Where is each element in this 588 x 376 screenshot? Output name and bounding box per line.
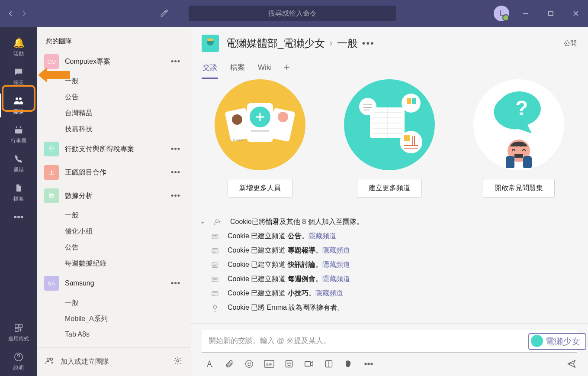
evernote-icon[interactable]	[344, 359, 354, 369]
message-input[interactable]: 開始新的交談。輸入 @ 來提及某人。	[202, 330, 577, 353]
channel-item[interactable]: 台灣精品	[39, 105, 188, 121]
expand-icon[interactable]: ▸	[202, 219, 204, 225]
svg-rect-25	[412, 98, 416, 104]
svg-point-9	[47, 358, 50, 361]
hide-channel-link[interactable]: 隱藏頻道	[315, 289, 343, 297]
back-button[interactable]	[3, 6, 17, 20]
svg-point-1	[16, 97, 18, 100]
tab-files[interactable]: 檔案	[229, 59, 246, 79]
faq-illustration: ?	[473, 79, 564, 170]
rail-calls[interactable]: 通話	[0, 149, 37, 178]
hide-channel-link[interactable]: 隱藏頻道	[322, 275, 350, 282]
phone-icon	[13, 153, 24, 165]
feed-text: Cookie 已建立頻道 專題報導。隱藏頻道	[228, 246, 350, 255]
new-message-button[interactable]	[157, 6, 171, 21]
svg-rect-6	[19, 324, 22, 327]
tab-posts[interactable]: 交談	[202, 59, 218, 79]
search-input[interactable]: 搜尋或輸入命令	[189, 6, 396, 21]
format-icon[interactable]	[204, 359, 215, 369]
calendar-icon	[13, 124, 24, 136]
team-name-label: 王戲節目合作	[65, 168, 162, 177]
channel-item[interactable]: Tab A8s	[39, 327, 188, 342]
hide-channel-link[interactable]: 隱藏頻道	[322, 246, 350, 254]
team-avatar: 王	[44, 165, 59, 180]
rail-files[interactable]: 檔案	[0, 178, 37, 207]
team-header[interactable]: 王王戲節目合作•••	[39, 161, 188, 184]
minimize-button[interactable]	[517, 5, 534, 22]
titlebar: 搜尋或輸入命令 L	[0, 0, 588, 27]
svg-point-42	[248, 363, 249, 364]
team-name-crumb[interactable]: 電獺媒體部_電獺少女	[226, 36, 325, 50]
svg-rect-5	[15, 324, 18, 327]
team-header[interactable]: 行行動支付與所得稅專案•••	[39, 137, 188, 161]
add-tab-button[interactable]: +	[284, 61, 290, 77]
stream-icon[interactable]	[324, 359, 334, 369]
channel-item[interactable]: 公告	[39, 89, 188, 105]
gif-icon[interactable]: GIF	[264, 359, 274, 369]
search-placeholder: 搜尋或輸入命令	[268, 9, 317, 18]
svg-rect-33	[514, 154, 523, 158]
maximize-button[interactable]	[542, 5, 559, 22]
svg-point-27	[400, 131, 422, 153]
teams-icon	[13, 95, 24, 107]
team-header[interactable]: COComputex專案•••	[39, 50, 188, 73]
team-header[interactable]: SASamsung•••	[39, 272, 188, 295]
team-more-button[interactable]: •••	[168, 191, 183, 201]
rail-activity[interactable]: 🔔 活動	[0, 33, 37, 62]
rail-more[interactable]: •••	[0, 207, 37, 227]
more-icon: •••	[13, 211, 24, 223]
team-more-button[interactable]: •••	[168, 57, 183, 66]
team-more-button[interactable]: •••	[168, 145, 183, 154]
profile-avatar[interactable]: L	[494, 6, 509, 21]
rail-teams[interactable]: 團隊	[0, 91, 37, 120]
feed-item: Cookie 已建立頻道 快訊討論。隱藏頻道	[202, 258, 577, 272]
rail-calendar[interactable]: 行事曆	[0, 120, 37, 149]
close-button[interactable]	[567, 5, 585, 22]
team-avatar: 數	[44, 188, 59, 203]
forward-button[interactable]	[17, 6, 31, 20]
svg-rect-0	[549, 11, 553, 16]
team-more-button[interactable]: •••	[168, 168, 183, 177]
channel-item[interactable]: 優化小組	[39, 224, 188, 240]
svg-rect-24	[407, 98, 411, 104]
meet-icon[interactable]	[304, 359, 314, 369]
send-button[interactable]	[566, 359, 577, 369]
feed-text: Cookie 已建立頻道 每週例會。隱藏頻道	[228, 275, 350, 284]
emoji-icon[interactable]	[244, 359, 254, 369]
svg-rect-4	[15, 127, 22, 130]
rail-chat[interactable]: 聊天	[0, 62, 37, 91]
rail-apps[interactable]: 應用程式	[0, 318, 37, 347]
sticker-icon[interactable]	[284, 359, 294, 369]
rail-help[interactable]: 說明	[0, 347, 37, 376]
attach-icon[interactable]	[224, 359, 235, 369]
hide-channel-link[interactable]: 隱藏頻道	[322, 261, 350, 268]
create-channels-button[interactable]: 建立更多頻道	[357, 179, 422, 198]
team-avatar-icon	[202, 35, 219, 52]
feed-type-icon	[210, 290, 220, 298]
settings-gear-icon[interactable]	[174, 357, 182, 367]
channel-item[interactable]: 一般	[39, 73, 188, 89]
channel-item[interactable]: 每週數據紀錄	[39, 256, 188, 272]
onboarding-cards: Maxine 新增更多人員	[202, 79, 577, 211]
team-more-button[interactable]: •••	[168, 279, 183, 288]
channel-item[interactable]: 公告	[39, 240, 188, 256]
hide-channel-link[interactable]: 隱藏頻道	[308, 232, 336, 240]
tab-wiki[interactable]: Wiki	[257, 60, 273, 78]
channel-item[interactable]: 一般	[39, 207, 188, 224]
sidebar-header: 您的團隊	[37, 27, 190, 50]
team-header[interactable]: 數數據分析•••	[39, 184, 188, 207]
channel-item[interactable]: 一般	[39, 295, 188, 311]
channel-name-crumb[interactable]: 一般	[337, 36, 358, 50]
open-faq-button[interactable]: 開啟常見問題集	[483, 179, 555, 198]
channel-more-button[interactable]: •••	[362, 38, 375, 49]
join-create-team-button[interactable]: 加入或建立團隊	[61, 357, 167, 366]
svg-text:Maxine: Maxine	[233, 138, 244, 142]
channel-item[interactable]: 技嘉科技	[39, 121, 188, 137]
more-actions-icon[interactable]: •••	[363, 359, 374, 369]
channel-item[interactable]: Mobile_A系列	[39, 311, 188, 327]
apps-icon	[13, 322, 24, 334]
svg-rect-46	[286, 361, 292, 367]
app-rail: 🔔 活動 聊天 團隊 行事曆 通話	[0, 27, 37, 376]
create-channels-illustration	[344, 79, 435, 170]
add-people-button[interactable]: 新增更多人員	[228, 179, 292, 198]
